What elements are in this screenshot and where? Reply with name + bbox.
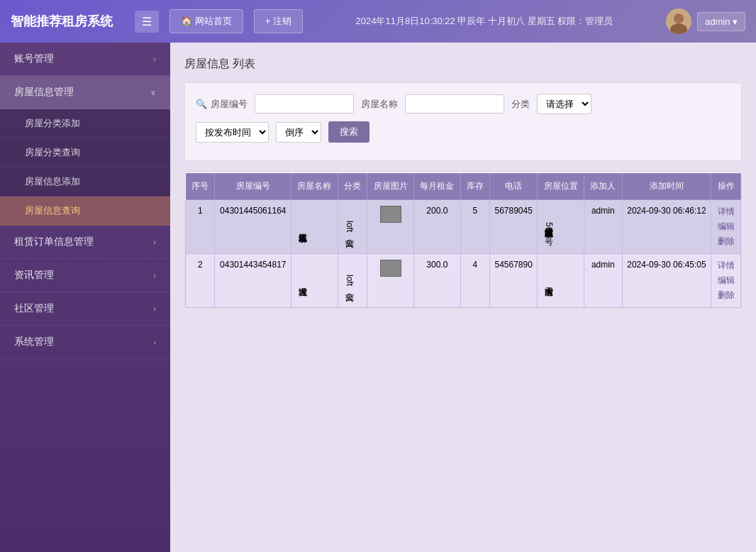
th-location: 房屋位置	[538, 173, 584, 200]
td-image	[367, 254, 414, 308]
sidebar-item-house-cat-query[interactable]: 房屋分类查询	[0, 138, 170, 167]
category-label: 分类	[511, 98, 530, 111]
action-详情[interactable]: 详情	[718, 206, 735, 218]
th-stock: 库存	[460, 173, 489, 200]
td-add-time: 2024-09-30 06:45:05	[622, 254, 711, 308]
user-area: admin ▾	[666, 9, 745, 34]
th-phone: 电话	[490, 173, 538, 200]
sidebar-label-house-info: 房屋信息管理	[14, 86, 74, 99]
chevron-right-icon-5: ›	[153, 338, 156, 346]
sidebar-label-order: 租赁订单信息管理	[14, 236, 94, 248]
td-house-name: 大理古城	[291, 254, 338, 308]
sidebar-item-system[interactable]: 系统管理 ›	[0, 326, 170, 359]
sidebar-label-system: 系统管理	[14, 336, 54, 348]
main-layout: 账号管理 › 房屋信息管理 ∨ 房屋分类添加 房屋分类查询 房屋信息添加 房屋信…	[0, 43, 756, 552]
sidebar-item-order[interactable]: 租赁订单信息管理 ›	[0, 226, 170, 259]
home-button[interactable]: 🏠 网站首页	[169, 9, 243, 33]
td-seq: 2	[186, 254, 215, 308]
chevron-down-icon: ∨	[150, 88, 156, 97]
sidebar: 账号管理 › 房屋信息管理 ∨ 房屋分类添加 房屋分类查询 房屋信息添加 房屋信…	[0, 43, 170, 552]
house-name-input[interactable]	[405, 94, 504, 114]
main-content: 房屋信息 列表 🔍 房屋编号 房屋名称 分类 请选择	[170, 43, 756, 552]
th-category: 分类	[338, 173, 367, 200]
sort-field-select[interactable]: 按发布时间 按价格 按库存	[196, 122, 269, 143]
page-title: 房屋信息 列表	[184, 57, 742, 72]
td-phone: 54567890	[490, 254, 538, 308]
table-header-row: 序号 房屋编号 房屋名称 分类 房屋图片 每月租金 库存 电话 房屋位置 添加人…	[186, 173, 741, 200]
sidebar-item-account[interactable]: 账号管理 ›	[0, 43, 170, 76]
td-adder: admin	[584, 254, 622, 308]
td-category: loft公寓	[338, 254, 367, 308]
td-rent: 200.0	[413, 200, 460, 254]
table-row: 204301443454817大理古城loft公寓300.0454567890云…	[186, 254, 741, 308]
td-house-name: 玉溪临江客栈	[291, 200, 338, 254]
sidebar-label-news: 资讯管理	[14, 269, 54, 282]
house-name-label: 房屋名称	[361, 98, 398, 111]
td-actions: 详情编辑删除	[711, 200, 741, 254]
house-table: 序号 房屋编号 房屋名称 分类 房屋图片 每月租金 库存 电话 房屋位置 添加人…	[185, 172, 741, 308]
chevron-right-icon-2: ›	[153, 238, 156, 246]
th-add-time: 添加时间	[622, 173, 711, 200]
chevron-right-icon-4: ›	[153, 304, 156, 313]
action-删除[interactable]: 删除	[718, 289, 735, 302]
sidebar-item-community[interactable]: 社区管理 ›	[0, 292, 170, 326]
house-id-label: 🔍 房屋编号	[196, 98, 248, 111]
table-row: 104301445061164玉溪临江客栈loft公寓200.055678904…	[186, 200, 741, 254]
td-image	[367, 200, 414, 254]
td-rent: 300.0	[413, 254, 460, 308]
td-add-time: 2024-09-30 06:46:12	[622, 200, 711, 254]
avatar	[666, 9, 691, 34]
chevron-right-icon: ›	[153, 55, 156, 63]
search-button[interactable]: 搜索	[328, 121, 369, 143]
logout-button[interactable]: + 注销	[254, 9, 303, 33]
sidebar-item-house-info-add[interactable]: 房屋信息添加	[0, 167, 170, 197]
td-location: 云南省大理	[538, 254, 584, 308]
search-icon: 🔍	[196, 99, 207, 109]
sidebar-item-news[interactable]: 资讯管理 ›	[0, 259, 170, 292]
th-action: 操作	[711, 173, 741, 200]
house-id-input[interactable]	[255, 94, 354, 114]
search-panel: 🔍 房屋编号 房屋名称 分类 请选择 按发布时间 按价格	[184, 82, 742, 161]
chevron-right-icon-3: ›	[153, 271, 156, 280]
category-select[interactable]: 请选择	[537, 94, 591, 114]
action-删除[interactable]: 删除	[718, 236, 735, 248]
th-house-id: 房屋编号	[215, 173, 291, 200]
house-table-wrapper: 序号 房屋编号 房屋名称 分类 房屋图片 每月租金 库存 电话 房屋位置 添加人…	[184, 172, 742, 309]
sort-order-select[interactable]: 倒序 正序	[276, 122, 321, 143]
action-详情[interactable]: 详情	[718, 260, 735, 272]
td-phone: 56789045	[490, 200, 538, 254]
th-adder: 添加人	[584, 173, 622, 200]
th-seq: 序号	[186, 173, 215, 200]
action-编辑[interactable]: 编辑	[718, 221, 735, 233]
td-adder: admin	[584, 200, 622, 254]
td-location: 云南省玉溪市红塔区香城路56号	[538, 200, 584, 254]
house-image[interactable]	[380, 260, 401, 277]
search-row-1: 🔍 房屋编号 房屋名称 分类 请选择	[196, 94, 730, 114]
house-image[interactable]	[380, 206, 401, 223]
td-stock: 4	[460, 254, 489, 308]
hamburger-button[interactable]: ☰	[135, 11, 159, 33]
app-title: 智能推荐租房系统	[11, 13, 124, 30]
th-house-name: 房屋名称	[291, 173, 338, 200]
action-编辑[interactable]: 编辑	[718, 275, 735, 287]
td-house-id: 04301445061164	[215, 200, 291, 254]
app-header: 智能推荐租房系统 ☰ 🏠 网站首页 + 注销 2024年11月8日10:30:2…	[0, 0, 756, 43]
svg-point-1	[674, 13, 684, 23]
search-row-2: 按发布时间 按价格 按库存 倒序 正序 搜索	[196, 121, 730, 143]
sidebar-item-house-info-query[interactable]: 房屋信息查询	[0, 197, 170, 226]
sidebar-item-house-info[interactable]: 房屋信息管理 ∨	[0, 76, 170, 109]
td-seq: 1	[186, 200, 215, 254]
th-image: 房屋图片	[367, 173, 414, 200]
td-actions: 详情编辑删除	[711, 254, 741, 308]
sidebar-label-community: 社区管理	[14, 302, 54, 315]
sidebar-item-house-cat-add[interactable]: 房屋分类添加	[0, 109, 170, 138]
td-stock: 5	[460, 200, 489, 254]
td-category: loft公寓	[338, 200, 367, 254]
sidebar-label-account: 账号管理	[14, 53, 54, 65]
user-menu-button[interactable]: admin ▾	[697, 12, 745, 31]
datetime-info: 2024年11月8日10:30:22 甲辰年 十月初八 星期五 权限：管理员	[313, 15, 655, 28]
td-house-id: 04301443454817	[215, 254, 291, 308]
th-rent: 每月租金	[413, 173, 460, 200]
